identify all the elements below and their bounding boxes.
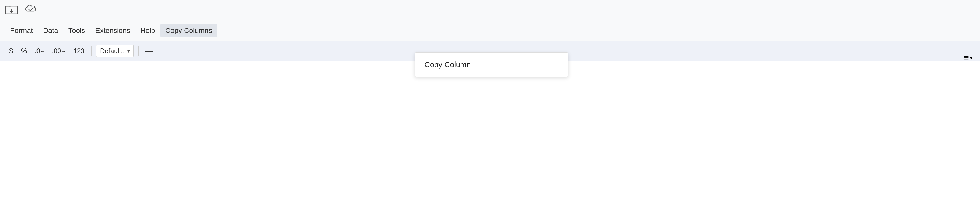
menu-item-format[interactable]: Format	[5, 24, 38, 37]
menu-item-tools[interactable]: Tools	[63, 24, 90, 37]
font-dropdown[interactable]: Defaul... ▾	[96, 45, 134, 57]
menu-item-help[interactable]: Help	[135, 24, 160, 37]
text-align-dropdown-arrow-icon: ▾	[970, 55, 972, 61]
menu-item-extensions[interactable]: Extensions	[90, 24, 135, 37]
text-align-button[interactable]: ≡ ▾	[961, 51, 975, 65]
decimal-decrease-button[interactable]: .0←	[31, 45, 48, 57]
spreadsheet-area	[0, 61, 980, 210]
cloud-check-icon[interactable]	[24, 3, 38, 17]
menu-bar: Format Data Tools Extensions Help Copy C…	[0, 21, 980, 41]
menu-item-copy-columns[interactable]: Copy Columns	[160, 24, 218, 37]
decimal-increase-button[interactable]: .00→	[48, 45, 69, 57]
copy-columns-dropdown: Copy Column	[415, 52, 568, 77]
text-align-icon: ≡	[964, 53, 969, 62]
copy-column-item[interactable]: Copy Column	[415, 55, 568, 74]
toolbar-separator	[91, 46, 92, 56]
folder-icon[interactable]	[5, 3, 18, 17]
toolbar-separator-2	[138, 46, 139, 56]
align-right-area: ≡ ▾	[961, 51, 975, 65]
font-dropdown-arrow-icon: ▾	[127, 48, 130, 54]
number-format-button[interactable]: 123	[69, 45, 88, 57]
currency-button[interactable]: $	[5, 45, 17, 57]
font-dropdown-label: Defaul...	[100, 47, 125, 55]
dash-label[interactable]: —	[142, 45, 157, 57]
menu-item-data[interactable]: Data	[38, 24, 63, 37]
percent-button[interactable]: %	[17, 45, 31, 57]
icon-toolbar	[0, 0, 980, 21]
